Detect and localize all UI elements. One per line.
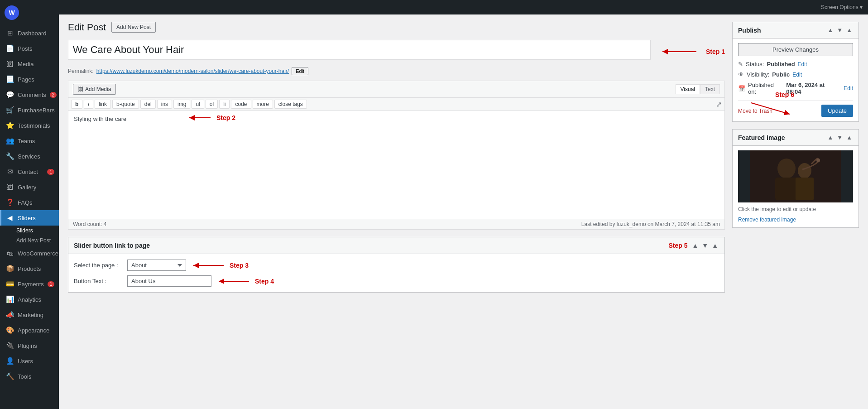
meta-box-controls: ▲ ▼ ▲ [691,241,719,250]
visibility-label: Visibility: [747,71,769,78]
sidebar-item-appearance[interactable]: 🎨 Appearance [0,322,59,338]
meta-box-title: Slider button link to page [74,242,150,249]
fmt-bold[interactable]: b [71,100,82,109]
sidebar-item-teams[interactable]: 👥 Teams [0,133,59,149]
meta-box-up-button[interactable]: ▲ [691,241,699,250]
comments-icon: 💬 [6,91,14,99]
sidebar-item-media[interactable]: 🖼 Media [0,56,59,72]
status-edit-link[interactable]: Edit [798,61,807,67]
post-title-input[interactable] [68,40,651,60]
sidebar-item-woocommerce[interactable]: 🛍 WooCommerce [0,245,59,261]
publish-box-header: Publish ▲ ▼ ▲ [733,22,858,38]
text-tab[interactable]: Text [700,84,720,94]
sidebar-item-gallery[interactable]: 🖼 Gallery [0,179,59,195]
add-media-button[interactable]: 🖼 Add Media [73,84,116,95]
fmt-ul[interactable]: ul [192,100,204,109]
sidebar-item-services[interactable]: 🔧 Services [0,149,59,164]
editor-body-wrapper: Styling with the care Step 2 [68,111,725,219]
remove-featured-image-link[interactable]: Remove featured image [738,217,796,223]
visual-text-tabs: Visual Text [676,84,720,94]
page-title-row: Edit Post Add New Post [68,22,725,33]
sidebar-item-products[interactable]: 📦 Products [0,261,59,276]
publish-box: Publish ▲ ▼ ▲ Preview Changes ✎ Status: … [732,22,859,122]
sidebar-item-analytics[interactable]: 📊 Analytics [0,292,59,307]
meta-box-collapse-button[interactable]: ▲ [711,241,719,250]
sidebar-item-pages[interactable]: 📃 Pages [0,72,59,87]
status-row: ✎ Status: Published Edit [738,61,853,67]
sidebar-item-plugins[interactable]: 🔌 Plugins [0,338,59,353]
svg-point-9 [798,163,811,178]
fmt-more[interactable]: more [253,100,273,109]
tools-icon: 🔨 [6,372,14,380]
sidebar-item-comments[interactable]: 💬 Comments 2 [0,87,59,102]
pages-icon: 📃 [6,75,14,83]
visibility-edit-link[interactable]: Edit [792,72,802,78]
fmt-del[interactable]: del [140,100,156,109]
fmt-li[interactable]: li [219,100,230,109]
add-media-icon: 🖼 [78,86,83,92]
preview-changes-button[interactable]: Preview Changes [738,43,853,56]
update-button[interactable]: Update [821,105,853,117]
meta-box-header[interactable]: Slider button link to page Step 5 ▲ ▼ ▲ [68,237,724,254]
content-area: Edit Post Add New Post Step 1 [59,14,868,409]
sidebar-sub-sliders[interactable]: Sliders [0,226,59,236]
sidebar: W ⊞ Dashboard 📄 Posts 🖼 Media 📃 Pages 💬 … [0,0,59,409]
fmt-code[interactable]: code [231,100,251,109]
step2-label: Step 2 [216,114,235,121]
svg-line-4 [751,103,790,114]
publish-box-up[interactable]: ▲ [826,26,834,34]
sidebar-item-contact[interactable]: ✉ Contact 1 [0,164,59,179]
visibility-row: 👁 Visibility: Public Edit [738,71,853,78]
slider-meta-box: Slider button link to page Step 5 ▲ ▼ ▲ … [68,237,725,293]
permalink-edit-button[interactable]: Edit [292,67,308,75]
add-new-post-button[interactable]: Add New Post [111,22,156,33]
purchasebars-icon: 🛒 [6,106,14,114]
fi-down[interactable]: ▼ [836,133,844,142]
step6-annotation: Step 6 [749,91,794,116]
status-label: Status: [746,61,764,67]
update-btn-wrapper: Step 6 Update [821,105,853,117]
permalink-url[interactable]: https://www.luzukdemo.com/demo/modern-sa… [96,68,289,74]
sidebar-item-marketing[interactable]: 📣 Marketing [0,307,59,322]
visual-tab[interactable]: Visual [676,84,700,94]
fmt-italic[interactable]: i [84,100,93,109]
sidebar-item-purchasebars[interactable]: 🛒 PurchaseBars [0,102,59,118]
sidebar-item-testimonials[interactable]: ⭐ Testimonials [0,118,59,133]
sidebar-item-label: Contact [18,168,38,175]
step6-label: Step 6 [775,91,794,98]
fmt-close-tags[interactable]: close tags [274,100,307,109]
posts-icon: 📄 [6,44,14,53]
meta-box-down-button[interactable]: ▼ [701,241,709,250]
sidebar-item-label: Gallery [18,184,36,191]
sidebar-item-users[interactable]: 👤 Users [0,353,59,369]
published-edit-link[interactable]: Edit [844,85,853,91]
fmt-bquote[interactable]: b-quote [112,100,139,109]
screen-options-button[interactable]: Screen Options ▾ [821,4,863,10]
editor-body[interactable]: Styling with the care [68,111,725,219]
step4-arrow [215,276,251,287]
button-text-input[interactable] [127,275,211,287]
publish-box-down[interactable]: ▼ [836,26,844,34]
comments-badge: 2 [50,92,57,98]
fmt-img[interactable]: img [173,100,190,109]
fmt-ol[interactable]: ol [206,100,218,109]
fi-collapse[interactable]: ▲ [845,133,853,142]
sidebar-item-label: Products [18,265,41,272]
appearance-icon: 🎨 [6,326,14,334]
featured-image-thumbnail[interactable] [738,150,853,202]
sidebar-item-tools[interactable]: 🔨 Tools [0,369,59,384]
expand-editor-icon[interactable]: ⤢ [716,100,722,109]
sidebar-item-sliders[interactable]: ◀ Sliders [0,210,59,226]
step4-label: Step 4 [255,278,274,285]
publish-box-collapse[interactable]: ▲ [845,26,853,34]
sidebar-item-posts[interactable]: 📄 Posts [0,41,59,56]
fi-up[interactable]: ▲ [826,133,834,142]
sidebar-sub-add-new[interactable]: Add New Post [0,236,59,245]
sidebar-item-payments[interactable]: 💳 Payments 1 [0,276,59,292]
step6-arrow [749,98,794,116]
sidebar-item-dashboard[interactable]: ⊞ Dashboard [0,25,59,41]
select-page-dropdown[interactable]: About [127,260,186,271]
sidebar-item-faqs[interactable]: ❓ FAQs [0,195,59,210]
fmt-ins[interactable]: ins [157,100,172,109]
fmt-link[interactable]: link [95,100,111,109]
